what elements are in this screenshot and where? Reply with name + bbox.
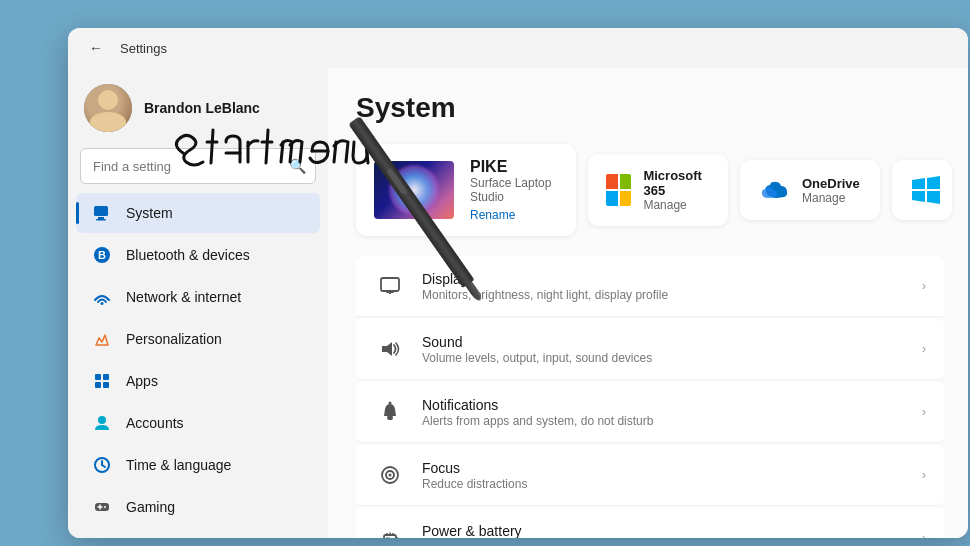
focus-name: Focus: [422, 460, 906, 476]
power-name: Power & battery: [422, 523, 906, 539]
svg-rect-6: [95, 374, 101, 380]
windows-card[interactable]: [892, 160, 952, 220]
svg-text:B: B: [98, 249, 106, 261]
ms365-action: Manage: [643, 198, 710, 212]
sidebar-item-network-label: Network & internet: [126, 289, 241, 305]
sidebar-item-system[interactable]: System: [76, 193, 320, 233]
focus-text: Focus Reduce distractions: [422, 460, 906, 491]
sidebar-item-gaming-label: Gaming: [126, 499, 175, 515]
sidebar-item-network[interactable]: Network & internet: [76, 277, 320, 317]
search-icon: 🔍: [289, 158, 306, 174]
device-rename-link[interactable]: Rename: [470, 208, 558, 222]
sidebar-item-system-label: System: [126, 205, 173, 221]
sidebar-item-bluetooth[interactable]: B Bluetooth & devices: [76, 235, 320, 275]
power-text: Power & battery Sleep, battery usage, ba…: [422, 523, 906, 539]
display-chevron: ›: [922, 279, 926, 293]
onedrive-info: OneDrive Manage: [802, 176, 860, 205]
main-content: System PIKE Surface Laptop Studio Rename: [328, 68, 968, 538]
sidebar-item-apps-label: Apps: [126, 373, 158, 389]
svg-rect-27: [387, 416, 393, 418]
search-box: 🔍: [80, 148, 316, 184]
svg-rect-0: [94, 206, 108, 216]
content-area: Brandon LeBlanc 🔍 System: [68, 68, 968, 538]
svg-rect-37: [386, 537, 390, 538]
user-profile: Brandon LeBlanc: [68, 76, 328, 148]
username: Brandon LeBlanc: [144, 100, 260, 116]
settings-list: Display Monitors, brightness, night ligh…: [356, 256, 944, 538]
sidebar-item-accessibility[interactable]: Accessibility: [76, 529, 320, 538]
svg-line-13: [102, 465, 105, 467]
focus-icon: [374, 459, 406, 491]
avatar: [84, 84, 132, 132]
sidebar-item-personalization[interactable]: Personalization: [76, 319, 320, 359]
ms365-name: Microsoft 365: [643, 168, 710, 198]
back-button[interactable]: ←: [84, 36, 108, 60]
svg-point-28: [389, 402, 392, 405]
onedrive-card[interactable]: OneDrive Manage: [740, 160, 880, 220]
settings-item-power[interactable]: Power & battery Sleep, battery usage, ba…: [356, 508, 944, 538]
window-title: Settings: [120, 41, 167, 56]
power-chevron: ›: [922, 531, 926, 538]
ms365-icon: [606, 174, 631, 206]
svg-rect-7: [103, 374, 109, 380]
svg-point-5: [101, 302, 104, 305]
device-info: PIKE Surface Laptop Studio Rename: [470, 158, 558, 222]
svg-rect-9: [103, 382, 109, 388]
display-name: Display: [422, 271, 906, 287]
sidebar-item-accounts[interactable]: Accounts: [76, 403, 320, 443]
notifications-icon: [374, 396, 406, 428]
device-model: Surface Laptop Studio: [470, 176, 558, 204]
display-desc: Monitors, brightness, night light, displ…: [422, 288, 906, 302]
network-icon: [92, 287, 112, 307]
sidebar-item-gaming[interactable]: Gaming: [76, 487, 320, 527]
svg-point-10: [98, 416, 106, 424]
notifications-name: Notifications: [422, 397, 906, 413]
sidebar-item-time[interactable]: Time & language: [76, 445, 320, 485]
svg-rect-23: [381, 278, 399, 291]
onedrive-icon: [758, 174, 790, 206]
device-services-row: PIKE Surface Laptop Studio Rename Micros…: [356, 144, 944, 236]
focus-desc: Reduce distractions: [422, 477, 906, 491]
settings-item-sound[interactable]: Sound Volume levels, output, input, soun…: [356, 319, 944, 380]
svg-marker-26: [382, 342, 392, 356]
svg-rect-2: [96, 219, 106, 221]
svg-point-17: [104, 506, 106, 508]
stylus-tip: [465, 282, 483, 303]
sidebar-item-accounts-label: Accounts: [126, 415, 184, 431]
svg-rect-8: [95, 382, 101, 388]
onedrive-name: OneDrive: [802, 176, 860, 191]
settings-item-notifications[interactable]: Notifications Alerts from apps and syste…: [356, 382, 944, 443]
sound-name: Sound: [422, 334, 906, 350]
page-title: System: [356, 92, 944, 124]
sound-chevron: ›: [922, 342, 926, 356]
avatar-image: [84, 84, 132, 132]
sound-text: Sound Volume levels, output, input, soun…: [422, 334, 906, 365]
svg-rect-1: [98, 217, 104, 219]
onedrive-action: Manage: [802, 191, 860, 205]
time-icon: [92, 455, 112, 475]
display-text: Display Monitors, brightness, night ligh…: [422, 271, 906, 302]
system-icon: [92, 203, 112, 223]
personalization-icon: [92, 329, 112, 349]
search-input[interactable]: [80, 148, 316, 184]
notifications-chevron: ›: [922, 405, 926, 419]
stylus-button: [386, 167, 408, 195]
accounts-icon: [92, 413, 112, 433]
svg-point-31: [389, 474, 392, 477]
windows-icon: [910, 174, 942, 206]
sound-desc: Volume levels, output, input, sound devi…: [422, 351, 906, 365]
ms365-card[interactable]: Microsoft 365 Manage: [588, 154, 728, 226]
sidebar-item-apps[interactable]: Apps: [76, 361, 320, 401]
apps-icon: [92, 371, 112, 391]
notifications-desc: Alerts from apps and system, do not dist…: [422, 414, 906, 428]
sound-icon: [374, 333, 406, 365]
sidebar-item-personalization-label: Personalization: [126, 331, 222, 347]
titlebar: ← Settings: [68, 28, 968, 68]
power-icon: [374, 522, 406, 538]
display-icon: [374, 270, 406, 302]
settings-item-focus[interactable]: Focus Reduce distractions ›: [356, 445, 944, 506]
ms365-info: Microsoft 365 Manage: [643, 168, 710, 212]
device-name: PIKE: [470, 158, 558, 176]
notifications-text: Notifications Alerts from apps and syste…: [422, 397, 906, 428]
gaming-icon: [92, 497, 112, 517]
